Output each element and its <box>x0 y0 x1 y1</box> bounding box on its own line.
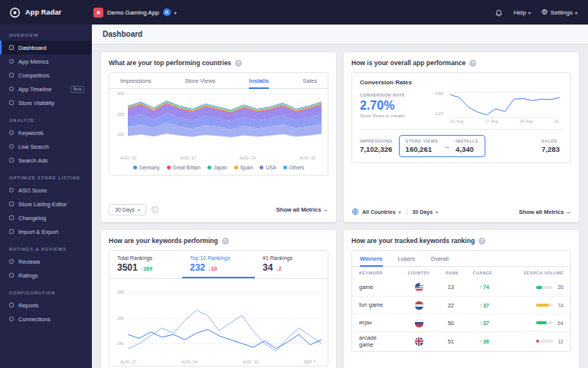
legend-spain[interactable]: Spain <box>234 165 253 170</box>
show-all-metrics-link[interactable]: Show all Metrics → <box>276 206 328 213</box>
ratings-icon <box>9 273 14 278</box>
sidebar-item-dashboard[interactable]: Dashboard <box>0 41 92 54</box>
dashboard-grid: What are your top performing countries ?… <box>92 44 588 368</box>
change-cell: ↑74 <box>459 284 492 291</box>
info-icon[interactable]: i <box>152 206 158 213</box>
y-axis-label: 200 <box>117 112 124 117</box>
sparkline-x-labels: 10. Aug 17. Aug 24. Aug 31. <box>433 118 563 123</box>
app-timeline-icon <box>9 87 14 91</box>
sidebar-item-live-search[interactable]: Live Search <box>0 140 92 153</box>
sidebar-item-label: App Metrics <box>18 58 49 65</box>
sidebar-item-reports[interactable]: Reports <box>0 298 92 312</box>
sidebar-item-label: Reviews <box>18 258 40 265</box>
sidebar-item-keywords[interactable]: Keywords <box>0 126 92 140</box>
country-filter[interactable]: All Countries ▾ <box>351 208 401 215</box>
help-menu[interactable]: Help ▾ <box>514 9 531 16</box>
legend-usa[interactable]: USA <box>260 165 276 170</box>
store-listing-editor-icon <box>9 202 14 206</box>
tab-impressions[interactable]: Impressions <box>120 73 151 89</box>
conversion-sparkline: 3.6K 1.2K <box>433 90 563 118</box>
stat-number1-rankings[interactable]: #1 Rankings 34 ↓2 <box>255 251 328 278</box>
help-icon[interactable]: ? <box>235 60 242 67</box>
period-selector[interactable]: 30 Days ▾ <box>413 209 438 215</box>
sidebar-item-import-export[interactable]: Import & Export <box>0 225 92 238</box>
tab-sales[interactable]: Sales <box>302 73 317 89</box>
app-selector-label: Demo Gaming App <box>107 9 159 16</box>
installs-metric: INSTALLS 4,340 <box>456 139 479 153</box>
bell-icon <box>495 8 503 17</box>
legend-dot <box>283 166 287 169</box>
tab-losers[interactable]: Losers <box>398 251 416 267</box>
sidebar-item-competitors[interactable]: Competitors <box>0 68 92 82</box>
sidebar-item-reviews[interactable]: Reviews <box>0 255 92 268</box>
sidebar-item-label: Connections <box>18 316 51 323</box>
sidebar-item-label: Store Visibility <box>18 100 54 107</box>
table-row[interactable]: game 13 ↑74 26 <box>352 278 570 296</box>
settings-menu[interactable]: ⚙ Settings ▾ <box>541 8 577 16</box>
help-icon[interactable]: ? <box>479 238 485 245</box>
sidebar-item-changelog[interactable]: Changelog <box>0 211 92 225</box>
up-arrow-icon: ↑ <box>479 320 482 327</box>
legend-japan[interactable]: Japan <box>207 165 227 170</box>
notifications-button[interactable] <box>495 8 503 17</box>
sidebar: OVERVIEW Dashboard App Metrics Competito… <box>0 25 92 368</box>
gear-icon: ⚙ <box>541 8 548 16</box>
sidebar-item-store-listing-editor[interactable]: Store Listing Editor <box>0 197 92 211</box>
app-performance-card: How is your overall app performance ? Co… <box>344 52 579 222</box>
tab-overall[interactable]: Overall <box>430 251 449 267</box>
legend-great-britain[interactable]: Great Britain <box>167 165 201 170</box>
keyword-cell: game <box>359 284 387 291</box>
card-title: How is your overall app performance <box>351 59 466 67</box>
reports-icon <box>9 303 14 307</box>
sidebar-item-app-metrics[interactable]: App Metrics <box>0 54 92 68</box>
conversion-metrics-box[interactable]: STORE VIEWS 160,261 → INSTALLS 4,340 <box>399 135 485 157</box>
stat-top10-rankings[interactable]: Top 10 Rankings 232 ↓10 <box>182 251 255 278</box>
conversion-panel: Conversion Rates CONVERSION RATE 2.70% S… <box>351 72 571 163</box>
x-axis-labels: AUG. 17 AUG. 24 AUG. 31 SEP 7 <box>109 359 328 366</box>
sidebar-item-label: App Timeline <box>18 86 51 93</box>
keyword-cell: arcade game <box>359 334 387 349</box>
sidebar-item-store-visibility[interactable]: Store Visibility <box>0 96 92 110</box>
sidebar-item-connections[interactable]: Connections <box>0 312 92 326</box>
nav-section-ratings-reviews: RATINGS & REVIEWS <box>0 238 92 255</box>
table-row[interactable]: игры 50 ↑37 64 <box>352 314 570 331</box>
tab-winners[interactable]: Winners <box>360 251 383 267</box>
table-row[interactable]: fun game 22 ↑37 74 <box>352 296 570 314</box>
platform-badge: A <box>163 8 171 16</box>
topbar: App Radar ★ Demo Gaming App A ▾ Help ▾ ⚙… <box>0 0 588 25</box>
conversion-rate-value: 2.70% <box>360 99 433 113</box>
page-title: Dashboard <box>103 30 142 38</box>
help-icon[interactable]: ? <box>222 238 229 245</box>
change-cell: ↑37 <box>459 302 492 309</box>
tab-store-views[interactable]: Store Views <box>185 73 215 89</box>
flag-ru-icon <box>415 319 423 327</box>
import-export-icon <box>9 229 14 234</box>
rank-cell: 22 <box>434 302 459 309</box>
app-selector[interactable]: ★ Demo Gaming App A ▾ <box>93 8 177 18</box>
app-metrics-icon <box>9 59 14 64</box>
up-arrow-icon: ↑ <box>479 338 482 345</box>
main-area: Dashboard What are your top performing c… <box>92 25 588 368</box>
volume-bar <box>536 340 553 343</box>
sidebar-item-ratings[interactable]: Ratings <box>0 268 92 282</box>
legend-others[interactable]: Others <box>283 165 305 170</box>
legend-germany[interactable]: Germany <box>133 165 160 170</box>
show-all-metrics-link[interactable]: Show all Metrics → <box>519 209 571 215</box>
period-selector[interactable]: 30 Days ▾ <box>109 204 146 215</box>
nav-section-overview: OVERVIEW <box>0 25 92 41</box>
aso-score-icon <box>9 188 14 192</box>
change-cell: ↑36 <box>459 338 492 345</box>
globe-icon <box>351 208 359 215</box>
tab-installs[interactable]: Installs <box>249 73 269 89</box>
stat-total-rankings[interactable]: Total Rankings 3501 ↑269 <box>109 251 182 278</box>
sidebar-item-app-timeline[interactable]: App Timeline Beta <box>0 82 92 96</box>
sidebar-item-aso-score[interactable]: ASO Score <box>0 183 92 197</box>
change-cell: ↑37 <box>459 320 492 327</box>
help-icon[interactable]: ? <box>469 60 476 67</box>
sidebar-item-search-ads[interactable]: Search Ads <box>0 153 92 167</box>
countries-chart: 300 200 100 <box>109 89 328 155</box>
table-row[interactable]: arcade game 51 ↑36 11 <box>352 331 570 351</box>
countries-panel: Impressions Store Views Installs Sales 3… <box>109 72 328 176</box>
y-axis-label: 100 <box>117 132 124 136</box>
brand[interactable]: App Radar <box>0 7 93 18</box>
